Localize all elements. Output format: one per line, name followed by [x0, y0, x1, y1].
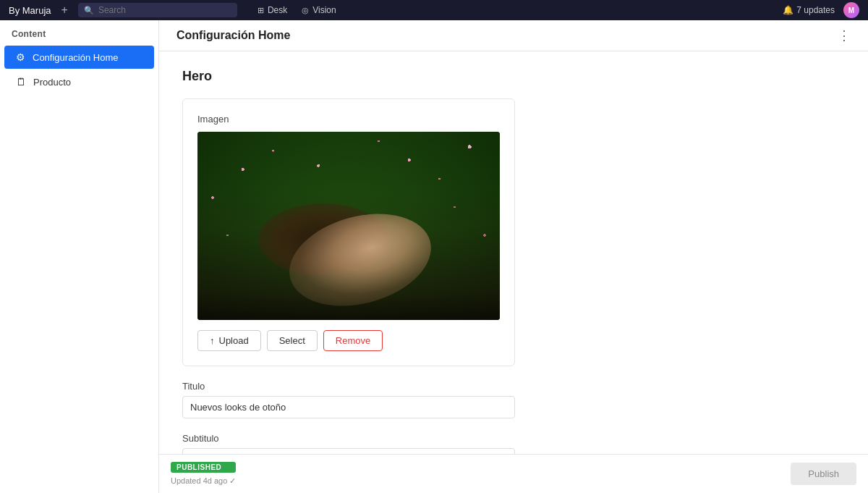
- upload-button[interactable]: ↑ Upload: [197, 330, 261, 351]
- upload-label: Upload: [219, 335, 249, 346]
- tab-desk[interactable]: ⊞ Desk: [252, 3, 293, 17]
- image-field-card: Imagen ↑ Upload Select Remove: [182, 98, 515, 366]
- titulo-input[interactable]: [182, 396, 515, 418]
- updated-text: Updated 4d ago ✓: [171, 476, 236, 486]
- add-tab-button[interactable]: +: [60, 4, 69, 16]
- remove-button[interactable]: Remove: [323, 330, 383, 351]
- titulo-field-group: Titulo: [182, 381, 515, 418]
- updates-label: 7 updates: [796, 5, 835, 15]
- subtitulo-label: Subtitulo: [182, 433, 515, 444]
- select-button[interactable]: Select: [267, 330, 318, 351]
- topnav: By Maruja + 🔍 ⊞ Desk ◎ Vision 🔔 7 update…: [0, 0, 868, 20]
- avatar[interactable]: M: [843, 2, 859, 18]
- avatar-initial: M: [848, 7, 854, 14]
- page-menu-button[interactable]: ⋮: [838, 29, 851, 42]
- sidebar-item-producto-label: Producto: [33, 77, 71, 88]
- desk-icon: ⊞: [258, 6, 264, 15]
- hero-section-title: Hero: [182, 69, 845, 84]
- sidebar-item-configuracion-home-label: Configuración Home: [33, 52, 119, 63]
- titulo-label: Titulo: [182, 381, 515, 392]
- subtitulo-field-group: Subtitulo: [182, 433, 515, 454]
- page-footer: PUBLISHED Updated 4d ago ✓ Publish: [159, 454, 868, 493]
- tab-vision[interactable]: ◎ Vision: [296, 3, 341, 17]
- vision-icon: ◎: [302, 6, 309, 15]
- image-label: Imagen: [197, 114, 500, 125]
- page-content: Hero Imagen ↑ Upload Select: [159, 51, 868, 454]
- tab-desk-label: Desk: [268, 5, 287, 15]
- search-input[interactable]: [98, 5, 231, 15]
- page-title: Configuración Home: [176, 29, 290, 42]
- image-actions: ↑ Upload Select Remove: [197, 330, 500, 351]
- app-body: Content ⚙ Configuración Home 🗒 Producto …: [0, 20, 868, 493]
- tab-vision-label: Vision: [312, 5, 336, 15]
- search-box[interactable]: 🔍: [78, 3, 237, 17]
- sidebar: Content ⚙ Configuración Home 🗒 Producto: [0, 20, 159, 493]
- brand-label: By Maruja: [9, 5, 51, 16]
- sidebar-item-configuracion-home[interactable]: ⚙ Configuración Home: [4, 46, 154, 69]
- topnav-tabs: ⊞ Desk ◎ Vision: [252, 3, 342, 17]
- publish-button[interactable]: Publish: [791, 463, 856, 485]
- hero-image: [197, 132, 500, 320]
- upload-icon: ↑: [210, 335, 215, 346]
- sidebar-item-producto[interactable]: 🗒 Producto: [4, 70, 154, 93]
- topnav-right: 🔔 7 updates M: [783, 2, 859, 18]
- gear-icon: ⚙: [16, 51, 25, 63]
- bell-icon: 🔔: [783, 5, 793, 15]
- clipboard-icon: 🗒: [16, 76, 26, 88]
- sidebar-header: Content: [0, 20, 158, 45]
- footer-left: PUBLISHED Updated 4d ago ✓: [171, 462, 236, 486]
- updates-button[interactable]: 🔔 7 updates: [783, 5, 835, 15]
- content-area: Configuración Home ⋮ Hero Imagen ↑: [159, 20, 868, 493]
- page-header: Configuración Home ⋮: [159, 20, 868, 51]
- search-icon: 🔍: [84, 6, 94, 15]
- status-badge: PUBLISHED: [171, 462, 236, 473]
- subtitulo-input[interactable]: [182, 448, 515, 454]
